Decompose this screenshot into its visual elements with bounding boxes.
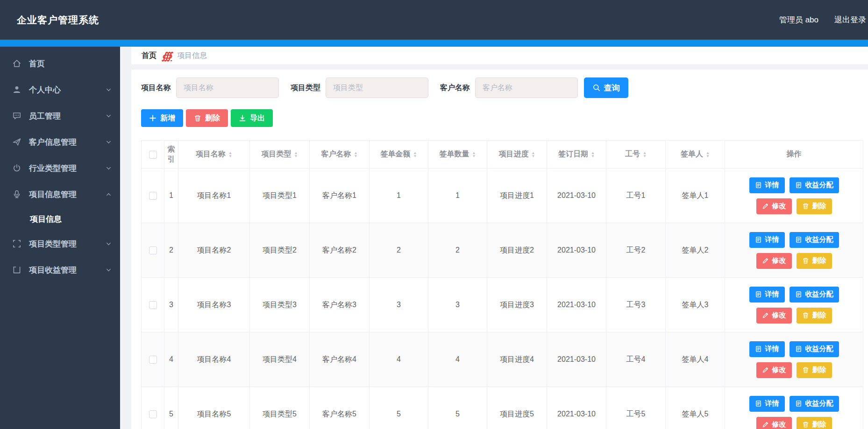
edit-button-label: 修改 [772, 202, 786, 211]
income-distribution-button[interactable]: 收益分配 [790, 341, 839, 357]
cell-sign-date: 2021-03-10 [547, 278, 606, 332]
row-delete-button-label: 删除 [812, 366, 826, 374]
edit-button[interactable]: 修改 [756, 308, 792, 324]
income-distribution-button[interactable]: 收益分配 [790, 177, 839, 193]
action-row-2: 修改删除 [756, 417, 832, 429]
edit-button[interactable]: 修改 [756, 198, 792, 214]
export-button[interactable]: 导出 [231, 109, 273, 127]
income-distribution-button-label: 收益分配 [805, 345, 833, 353]
row-delete-button[interactable]: 删除 [797, 308, 832, 324]
sidebar-item-employee-management[interactable]: 员工管理 [0, 103, 120, 129]
cell-project-name: 项目名称4 [178, 332, 250, 387]
income-distribution-button[interactable]: 收益分配 [790, 232, 839, 248]
project-name-input[interactable] [176, 77, 279, 98]
project-type-input[interactable] [326, 77, 428, 98]
income-distribution-button[interactable]: 收益分配 [790, 287, 839, 302]
column-header-project-progress[interactable]: 项目进度▲▼ [487, 141, 547, 169]
edit-button[interactable]: 修改 [756, 253, 792, 269]
column-header-customer-name[interactable]: 客户名称▲▼ [310, 141, 370, 169]
column-header-job-number[interactable]: 工号▲▼ [606, 141, 666, 169]
sidebar-item-home[interactable]: 首页 [0, 50, 120, 77]
table-row: 2项目名称2项目类型2客户名称222项目进度22021-03-10工号2签单人2… [142, 223, 863, 278]
action-row-1: 详情收益分配 [749, 177, 839, 193]
delete-button[interactable]: 删除 [186, 109, 228, 127]
customer-name-input[interactable] [475, 77, 578, 98]
row-checkbox[interactable] [149, 246, 157, 254]
column-header-label: 签单人▲▼ [681, 149, 710, 159]
row-delete-button[interactable]: 删除 [797, 253, 832, 269]
scan-icon [12, 239, 21, 248]
logout-button[interactable]: 退出登录 [834, 14, 866, 25]
detail-button[interactable]: 详情 [749, 177, 785, 193]
breadcrumb-home-link[interactable]: 首页 [142, 51, 157, 61]
sidebar-subitem-project-info[interactable]: 项目信息 [0, 207, 120, 231]
pen-icon [762, 203, 769, 210]
sort-icons[interactable]: ▲▼ [532, 151, 535, 158]
cell-sign-date: 2021-03-10 [547, 169, 606, 223]
sidebar-item-industry-type-management[interactable]: 行业类型管理 [0, 155, 120, 181]
sort-icons[interactable]: ▲▼ [591, 151, 595, 158]
row-checkbox[interactable] [149, 410, 157, 418]
sidebar-item-label: 首页 [29, 58, 112, 69]
sidebar-item-personal-center[interactable]: 个人中心 [0, 77, 120, 103]
row-select-cell [142, 223, 164, 278]
cell-sign-date: 2021-03-10 [547, 387, 606, 429]
cell-actions: 详情收益分配修改删除 [725, 387, 863, 429]
cell-sign-date: 2021-03-10 [547, 332, 606, 387]
column-header-sign-quantity[interactable]: 签单数量▲▼ [428, 141, 487, 169]
action-row-1: 详情收益分配 [749, 341, 839, 357]
cell-project-progress: 项目进度4 [487, 332, 547, 387]
edit-button[interactable]: 修改 [756, 417, 792, 429]
add-button[interactable]: 新增 [141, 109, 183, 127]
row-checkbox[interactable] [149, 192, 157, 200]
cell-project-progress: 项目进度3 [487, 278, 547, 332]
row-checkbox[interactable] [149, 356, 157, 364]
cell-job-number: 工号2 [606, 223, 666, 278]
column-header-sign-date[interactable]: 签订日期▲▼ [547, 141, 606, 169]
column-header-index: 索引 [164, 141, 178, 169]
action-row-2: 修改删除 [756, 253, 832, 269]
sort-icons[interactable]: ▲▼ [643, 151, 647, 158]
doc-icon [795, 236, 802, 243]
row-delete-button[interactable]: 删除 [797, 198, 832, 214]
row-actions: 详情收益分配修改删除 [726, 232, 862, 269]
detail-button-label: 详情 [765, 399, 779, 408]
doc-icon [755, 291, 762, 298]
detail-button[interactable]: 详情 [749, 396, 785, 412]
cell-project-type: 项目类型3 [250, 278, 310, 332]
download-icon [239, 114, 246, 122]
column-header-sign-amount[interactable]: 签单金额▲▼ [370, 141, 428, 169]
sort-icons[interactable]: ▲▼ [294, 151, 298, 158]
detail-button[interactable]: 详情 [749, 287, 785, 302]
select-all-checkbox[interactable] [149, 151, 157, 159]
detail-button[interactable]: 详情 [749, 232, 785, 248]
row-delete-button[interactable]: 删除 [797, 417, 832, 429]
sort-icons[interactable]: ▲▼ [472, 151, 476, 158]
sidebar-item-project-info-management[interactable]: 项目信息管理 [0, 181, 120, 207]
cell-project-name: 项目名称1 [178, 169, 250, 223]
column-header-project-name[interactable]: 项目名称▲▼ [178, 141, 250, 169]
edit-button[interactable]: 修改 [756, 362, 792, 378]
chevron-down-icon [106, 87, 112, 93]
pen-icon [762, 312, 769, 319]
cell-signer: 签单人1 [666, 169, 725, 223]
breadcrumb-separator-icon: ∰ [162, 51, 172, 61]
detail-button[interactable]: 详情 [749, 341, 785, 357]
sort-icons[interactable]: ▲▼ [228, 151, 232, 158]
search-button[interactable]: 查询 [584, 77, 628, 98]
row-delete-button[interactable]: 删除 [797, 362, 832, 378]
sort-icons[interactable]: ▲▼ [354, 151, 358, 158]
cell-index: 1 [164, 169, 178, 223]
income-distribution-button[interactable]: 收益分配 [790, 396, 839, 412]
sidebar-item-project-type-management[interactable]: 项目类型管理 [0, 231, 120, 257]
sort-icons[interactable]: ▲▼ [413, 151, 417, 158]
row-checkbox[interactable] [149, 301, 157, 309]
sort-icons[interactable]: ▲▼ [706, 151, 710, 158]
column-header-signer[interactable]: 签单人▲▼ [666, 141, 725, 169]
sidebar-item-project-income-management[interactable]: 项目收益管理 [0, 257, 120, 283]
cell-job-number: 工号4 [606, 332, 666, 387]
column-header-project-type[interactable]: 项目类型▲▼ [250, 141, 310, 169]
cell-sign-quantity: 1 [428, 169, 487, 223]
sidebar-item-customer-info-management[interactable]: 客户信息管理 [0, 129, 120, 155]
trash-icon [802, 203, 809, 210]
